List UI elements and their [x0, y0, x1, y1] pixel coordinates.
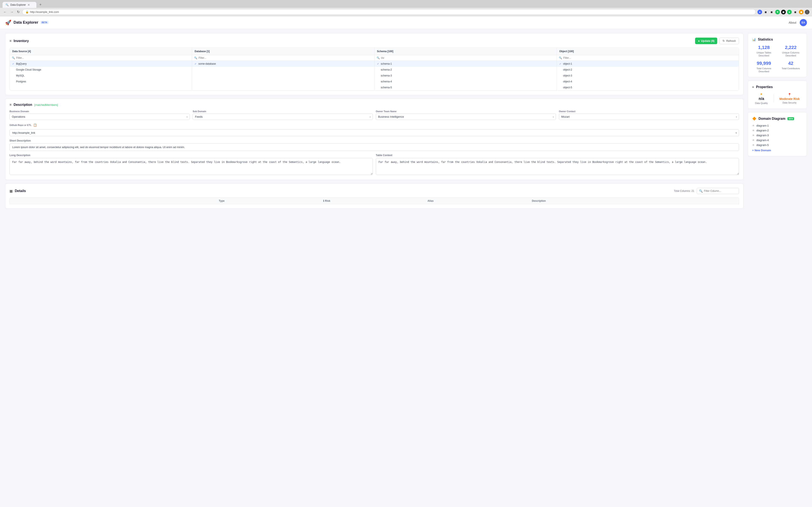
schema-item[interactable]: schema-3	[374, 73, 557, 78]
filter-column-wrapper: 🔍	[697, 188, 739, 194]
address-bar[interactable]: 🔒 http://example_link.com	[22, 9, 756, 15]
ext-icon-1[interactable]: ●	[757, 10, 762, 14]
object-item[interactable]: object-4	[557, 78, 739, 84]
short-desc-label: Short Description	[9, 139, 739, 142]
app-header: 🚀 Data Explorer BETA About EA	[0, 16, 812, 29]
diagram-item[interactable]: 👁diagram-5	[752, 144, 803, 147]
schema-filter-input[interactable]	[381, 56, 554, 59]
database-filter[interactable]: 🔍	[192, 55, 374, 61]
github-label: Github Repo or ETL	[9, 124, 32, 126]
details-icon: ▦	[9, 189, 13, 193]
statistics-card: 📊 Statistics 1,128 Unique Tables Describ…	[748, 33, 807, 77]
main-content: ≡ Inventory ● Update (9) ↻ Refresh	[0, 29, 812, 213]
data-source-item[interactable]: MySQL	[10, 73, 192, 78]
details-controls: Total Columns: 21 🔍	[674, 188, 739, 194]
diagram-item[interactable]: 👁diagram-2	[752, 129, 803, 132]
sub-domain-select[interactable]: Feeds	[193, 113, 373, 120]
short-desc-input[interactable]	[9, 144, 739, 151]
database-item[interactable]: ✓some-database	[192, 61, 374, 67]
diagram-item[interactable]: 👁diagram-3	[752, 134, 803, 137]
col-header-description: Description	[532, 200, 736, 203]
refresh-button[interactable]: ↻ Refresh	[719, 38, 739, 44]
ext-icon-5[interactable]: ◼	[781, 10, 786, 14]
owner-contact-select-wrapper: Mozart ▾	[559, 113, 739, 120]
object-item[interactable]: object-3	[557, 73, 739, 78]
object-item[interactable]: object-2	[557, 67, 739, 73]
diagram-item[interactable]: 👁diagram-4	[752, 138, 803, 142]
object-item[interactable]: ✓object-1	[557, 61, 739, 67]
table-context-group: Table Context Far far away, behind the w…	[376, 154, 739, 176]
github-input[interactable]	[9, 129, 739, 136]
data-source-item[interactable]: ✓BigQuery	[10, 61, 192, 67]
ext-icon-3[interactable]: ◼	[769, 10, 774, 14]
owner-team-select-wrapper: Business Intelligence ▾	[376, 113, 556, 120]
browser-tab[interactable]: 🔍 Data Explorer ✕	[3, 2, 36, 8]
domain-diagram-icon: 🔶	[752, 117, 756, 121]
object-filter-input[interactable]	[563, 56, 737, 59]
check-icon: ✓	[377, 62, 379, 65]
description-card: ≡ Description [matchedMembers] Business …	[5, 99, 744, 180]
app-title: Data Explorer	[13, 20, 38, 25]
update-button[interactable]: ● Update (9)	[695, 38, 717, 44]
ext-icon-2[interactable]: ◼	[763, 10, 768, 14]
update-label: Update (9)	[701, 39, 714, 43]
browser-extensions: ● ◼ ◼ ▼ ◼ ● ◼ ◼ ⋮	[757, 10, 809, 14]
object-item[interactable]: object-5	[557, 84, 739, 91]
schema-item[interactable]: schema-2	[374, 67, 557, 73]
star-icon: ★	[760, 92, 763, 96]
ext-icon-8[interactable]: ◼	[799, 10, 804, 14]
database-col: Database [1] 🔍 ✓some-database	[192, 48, 374, 91]
long-desc-textarea[interactable]: Far far away, behind the word mountains,…	[9, 158, 373, 175]
business-domain-select[interactable]: Operations	[9, 113, 190, 120]
schema-item[interactable]: ✓schema-1	[374, 61, 557, 67]
tab-close-btn[interactable]: ✕	[28, 3, 30, 7]
ext-icon-6[interactable]: ●	[787, 10, 792, 14]
description-title: Description	[13, 103, 32, 107]
statistics-title-group: 📊 Statistics	[752, 38, 773, 41]
database-filter-input[interactable]	[199, 56, 372, 59]
details-title: Details	[15, 189, 26, 193]
copy-icon[interactable]: 📋	[33, 123, 37, 127]
data-source-filter-input[interactable]	[16, 56, 190, 59]
data-source-item[interactable]: Postgres	[10, 78, 192, 84]
back-btn[interactable]: ←	[3, 9, 8, 15]
forward-btn[interactable]: →	[9, 9, 14, 15]
ext-icon-7[interactable]: ◼	[793, 10, 798, 14]
statistics-header: 📊 Statistics	[752, 38, 803, 41]
description-header: ≡ Description [matchedMembers]	[9, 103, 739, 107]
new-domain-button[interactable]: + New Domain	[752, 149, 803, 152]
schema-filter[interactable]: 🔍	[374, 55, 557, 61]
business-domain-label: Business Domain	[9, 110, 190, 113]
object-filter[interactable]: 🔍	[557, 55, 739, 61]
refresh-label: Refresh	[726, 39, 736, 43]
sub-domain-select-wrapper: Feeds ▾	[193, 113, 373, 120]
domain-diagram-title-group: 🔶 Domain Diagram NEW	[752, 117, 794, 121]
new-tab-btn[interactable]: +	[38, 2, 43, 8]
github-dropdown-icon: ▾	[735, 131, 737, 134]
properties-title-group: ≡ Properties	[752, 85, 773, 89]
data-source-filter[interactable]: 🔍	[10, 55, 192, 61]
table-context-textarea[interactable]: Far far away, behind the word mountains,…	[376, 158, 739, 175]
filter-column-input[interactable]	[704, 189, 735, 192]
inventory-title-group: ≡ Inventory	[9, 39, 29, 43]
info-icon: ℹ	[323, 200, 324, 203]
ext-icon-4[interactable]: ▼	[775, 10, 780, 14]
description-form: Business Domain Operations ▾ Sub Domain …	[9, 110, 739, 120]
data-source-item[interactable]: Google Cloud Storage	[10, 67, 192, 73]
schema-item[interactable]: schema-5	[374, 84, 557, 91]
about-link[interactable]: About	[789, 21, 796, 24]
diagram-item[interactable]: 👁diagram-1	[752, 124, 803, 127]
user-avatar[interactable]: EA	[800, 19, 807, 26]
reload-btn[interactable]: ↻	[16, 9, 20, 15]
app-logo-icon: 🚀	[5, 20, 11, 25]
ext-menu-btn[interactable]: ⋮	[805, 10, 809, 14]
check-icon: ✓	[195, 62, 197, 65]
table-context-label: Table Context	[376, 154, 739, 157]
eye-icon: 👁	[752, 129, 755, 132]
owner-contact-select[interactable]: Mozart	[559, 113, 739, 120]
total-columns-label: Total Columns Described	[752, 67, 776, 73]
details-header: ▦ Details Total Columns: 21 🔍	[9, 188, 739, 194]
details-card: ▦ Details Total Columns: 21 🔍 Type ℹ Ris…	[5, 183, 744, 209]
owner-team-select[interactable]: Business Intelligence	[376, 113, 556, 120]
schema-item[interactable]: schema-4	[374, 78, 557, 84]
